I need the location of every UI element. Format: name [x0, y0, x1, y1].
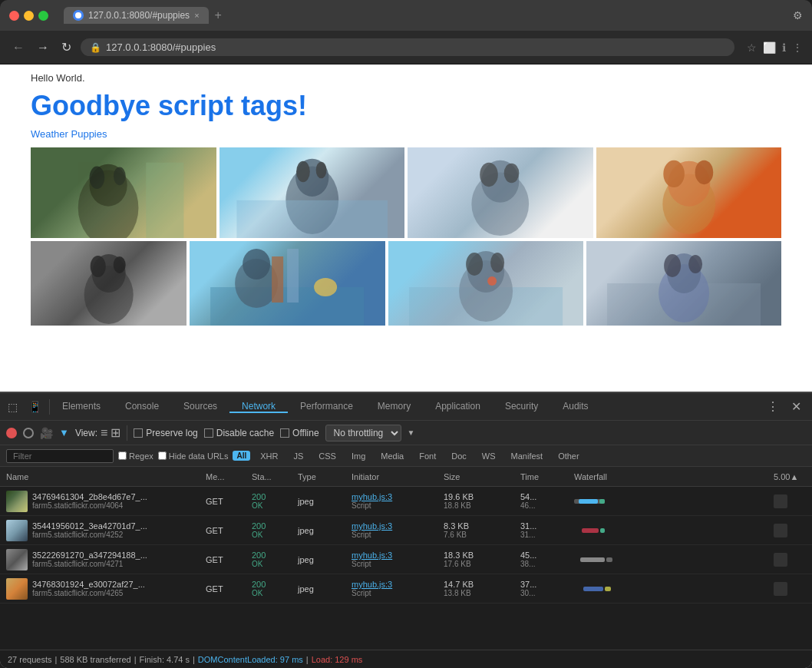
extra-cell [771, 582, 809, 596]
browser-tab[interactable]: 127.0.0.1:8080/#puppies × [64, 7, 209, 24]
maximize-button[interactable] [38, 11, 48, 21]
requests-count: 27 requests [8, 655, 51, 664]
more-tabs-button[interactable]: ⋮ [761, 399, 785, 414]
svg-point-12 [480, 163, 498, 187]
manifest-filter-btn[interactable]: Manifest [506, 450, 549, 462]
table-row[interactable]: 35441956012_3ea42701d7_... farm5.staticf… [0, 516, 812, 545]
dog-image-5 [31, 241, 186, 326]
media-filter-btn[interactable]: Media [375, 450, 409, 462]
time-header: Time [517, 472, 571, 481]
font-filter-btn[interactable]: Font [414, 450, 441, 462]
time-cell: 45... 38... [517, 551, 571, 568]
svg-rect-4 [146, 163, 183, 238]
table-row[interactable]: 34768301924_e30072af27_... farm5.staticf… [0, 574, 812, 604]
svg-point-22 [114, 256, 126, 273]
weather-puppies-link[interactable]: Weather Puppies [31, 128, 781, 140]
back-button[interactable]: ← [9, 38, 28, 58]
svg-point-21 [91, 256, 106, 277]
filter-input[interactable] [6, 449, 114, 463]
forward-button[interactable]: → [34, 38, 52, 58]
xhr-filter-btn[interactable]: XHR [255, 450, 283, 462]
new-tab-button[interactable]: + [209, 8, 228, 22]
img-filter-btn[interactable]: Img [346, 450, 371, 462]
regex-check: Regex [118, 451, 153, 461]
info-icon[interactable]: ℹ [782, 41, 786, 54]
size-cell: 19.6 KB 18.8 KB [441, 492, 517, 510]
tab-application[interactable]: Application [423, 401, 493, 413]
waterfall-cell [571, 528, 771, 533]
devtools-icon[interactable]: ⚙ [793, 9, 803, 21]
type-cell: jpeg [295, 584, 348, 594]
tab-console[interactable]: Console [113, 401, 171, 413]
waterfall-cell [571, 499, 771, 504]
ws-filter-btn[interactable]: WS [477, 450, 501, 462]
table-row[interactable]: 35222691270_a347294188_... farm5.staticf… [0, 545, 812, 574]
load-time: Load: 129 ms [312, 655, 363, 664]
tab-elements[interactable]: Elements [50, 401, 113, 413]
initiator-header: Initiator [348, 472, 441, 481]
table-row[interactable]: 34769461304_2b8e4d67e7_... farm5.staticf… [0, 487, 812, 516]
tab-memory[interactable]: Memory [365, 401, 423, 413]
minimize-button[interactable] [24, 11, 34, 21]
grid-view-button[interactable]: ⊞ [111, 425, 120, 440]
hide-data-checkbox[interactable] [158, 451, 167, 460]
reload-button[interactable]: ↻ [58, 37, 74, 58]
toolbar-icons: ☆ ⬜ ℹ ⋮ [747, 41, 803, 54]
disable-cache-checkbox[interactable] [204, 428, 213, 438]
network-toolbar: 🎥 ▼ View: ≡ ⊞ Preserve log Disable cache [0, 421, 812, 445]
preserve-log-checkbox[interactable] [134, 428, 143, 438]
network-table: Name Me... Sta... Type Initiator Size Ti… [0, 467, 812, 650]
nt-sep-1 [127, 425, 127, 441]
all-filter-badge[interactable]: All [233, 451, 250, 461]
name-info-3: 35222691270_a347294188_... farm5.staticf… [32, 551, 147, 568]
thumbnail-4 [6, 578, 28, 600]
select-element-icon[interactable]: ⬚ [5, 398, 21, 416]
address-input[interactable]: 🔒 127.0.0.1:8080/#puppies [81, 38, 734, 56]
thumbnail-2 [6, 520, 28, 541]
page-body: Hello World. Goodbye script tags! Weathe… [0, 64, 812, 392]
js-filter-btn[interactable]: JS [288, 450, 309, 462]
svg-point-33 [490, 253, 504, 273]
other-filter-btn[interactable]: Other [553, 450, 585, 462]
filter-toggle[interactable]: ▼ [59, 427, 69, 438]
status-header: Sta... [249, 472, 295, 481]
waterfall-cell [571, 587, 771, 591]
svg-rect-26 [272, 256, 283, 303]
method-cell: GET [203, 584, 249, 594]
filter-bar: Regex Hide data URLs All XHR JS CSS Img … [0, 445, 812, 467]
tab-sources[interactable]: Sources [171, 401, 229, 413]
close-button[interactable] [9, 11, 19, 21]
svg-rect-9 [236, 200, 388, 238]
close-devtools-button[interactable]: ✕ [785, 399, 807, 414]
initiator-cell: myhub.js:3 Script [348, 551, 441, 568]
tab-area: 127.0.0.1:8080/#puppies × + [64, 7, 228, 24]
menu-icon[interactable]: ⋮ [792, 41, 803, 54]
throttle-select[interactable]: No throttling [325, 425, 401, 441]
tab-close-button[interactable]: × [194, 11, 199, 20]
doc-filter-btn[interactable]: Doc [446, 450, 472, 462]
time-cell: 31... 31... [517, 521, 571, 539]
tab-performance[interactable]: Performance [288, 401, 365, 413]
dog-image-8 [586, 241, 781, 326]
name-info-1: 34769461304_2b8e4d67e7_... farm5.staticf… [32, 492, 147, 510]
device-toggle-icon[interactable]: 📱 [25, 398, 45, 416]
star-icon[interactable]: ☆ [747, 41, 757, 54]
record-button[interactable] [6, 428, 17, 438]
clear-button[interactable] [23, 428, 34, 438]
offline-checkbox[interactable] [280, 428, 289, 438]
extensions-icon[interactable]: ⬜ [763, 41, 776, 54]
dom-content-loaded: DOMContentLoaded: 97 ms [198, 655, 303, 664]
css-filter-btn[interactable]: CSS [313, 450, 342, 462]
status-cell: 200 OK [249, 492, 295, 510]
waterfall-cell [571, 557, 771, 562]
tab-audits[interactable]: Audits [550, 401, 600, 413]
tab-security[interactable]: Security [493, 401, 550, 413]
time-cell: 54... 46... [517, 492, 571, 510]
name-cell: 35222691270_a347294188_... farm5.staticf… [3, 549, 203, 570]
regex-checkbox[interactable] [118, 451, 127, 460]
screenshot-button[interactable]: 🎥 [40, 427, 53, 439]
list-view-button[interactable]: ≡ [101, 426, 107, 440]
svg-point-7 [296, 161, 310, 183]
tab-network[interactable]: Network [229, 401, 288, 413]
size-cell: 18.3 KB 17.6 KB [441, 551, 517, 568]
